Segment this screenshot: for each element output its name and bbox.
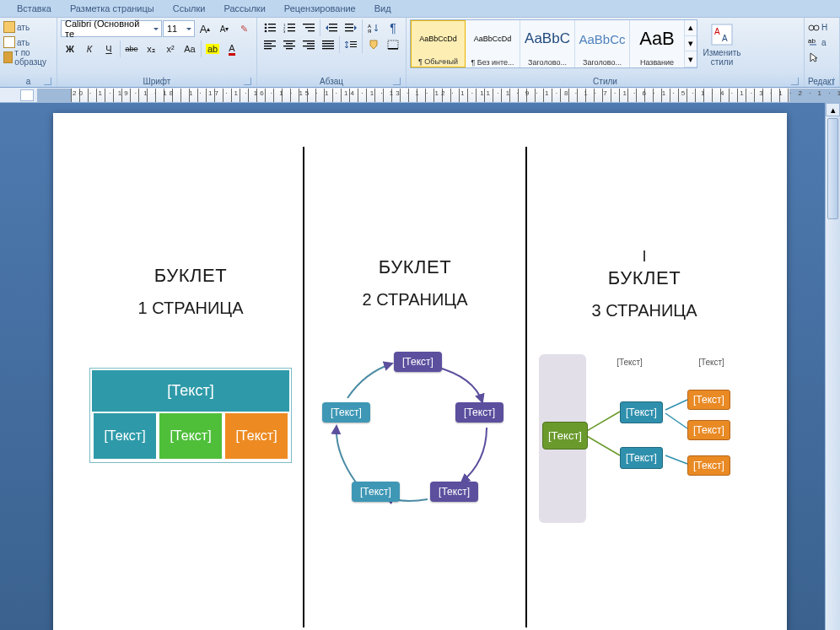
style-no-spacing[interactable]: AaBbCcDd ¶ Без инте...	[466, 20, 520, 67]
font-name-combo[interactable]: Calibri (Основной те	[61, 20, 162, 37]
underline-button[interactable]: Ч	[100, 40, 118, 58]
show-marks-button[interactable]: ¶	[384, 19, 402, 36]
line-spacing-button[interactable]	[342, 36, 360, 53]
svg-rect-35	[322, 40, 334, 41]
svg-rect-18	[345, 24, 353, 24]
styles-scroll[interactable]: ▴ ▾ ▾	[685, 20, 697, 67]
style-heading1[interactable]: AaBbC Заголово...	[520, 20, 575, 67]
vertical-scrollbar[interactable]: ▴	[825, 103, 840, 630]
shading-button[interactable]	[364, 36, 383, 53]
styles-gallery[interactable]: AaBbCcDd ¶ Обычный AaBbCcDd ¶ Без инте..…	[410, 19, 697, 68]
sa3-header-1: [Текст]	[591, 354, 668, 367]
cycle-node-3[interactable]: [Текст]	[430, 482, 478, 502]
group-clipboard: ать ать т по образцу а	[0, 18, 57, 87]
highlight-button[interactable]: ab	[203, 40, 222, 58]
chevron-down-icon[interactable]: ▾	[685, 36, 697, 52]
svg-rect-20	[345, 30, 353, 31]
multilevel-button[interactable]	[299, 19, 318, 36]
tab-mailings[interactable]: Рассылки	[215, 2, 273, 15]
cut-button[interactable]: ать	[3, 19, 53, 35]
styles-expand-icon[interactable]: ▾	[685, 51, 697, 67]
group-editing: Н aba Редакт	[805, 18, 840, 87]
tab-review[interactable]: Рецензирование	[276, 2, 364, 15]
align-center-button[interactable]	[280, 36, 299, 53]
sa1-cell-1[interactable]: [Текст]	[92, 412, 158, 460]
tab-selector[interactable]	[20, 89, 34, 101]
svg-rect-24	[264, 43, 272, 44]
booklet-column-2: БУКЛЕТ 2 СТРАНИЦА [Текст] [Текст] [Текст…	[303, 147, 525, 627]
svg-rect-38	[322, 48, 334, 49]
col2-title: БУКЛЕТ	[316, 256, 514, 278]
group-styles: AaBbCcDd ¶ Обычный AaBbCcDd ¶ Без инте..…	[407, 18, 805, 87]
increase-indent-button[interactable]	[342, 19, 360, 36]
smartart-hierarchy-2[interactable]: [Текст] [Текст] [Текст] [Текст] [Текст] …	[539, 354, 750, 523]
shrink-font-button[interactable]: A▾	[215, 19, 234, 38]
svg-rect-7	[288, 24, 295, 24]
grow-font-button[interactable]: A▴	[196, 19, 214, 38]
tab-page-layout[interactable]: Разметка страницы	[62, 2, 163, 15]
scroll-up-button[interactable]: ▴	[826, 103, 840, 116]
svg-rect-30	[286, 48, 293, 49]
font-size-combo[interactable]: 11	[163, 20, 195, 37]
cycle-node-4[interactable]: [Текст]	[352, 482, 400, 502]
sa3-leaf-2[interactable]: [Текст]	[687, 420, 730, 440]
sa3-mid-2[interactable]: [Текст]	[620, 447, 663, 469]
sa3-mid-1[interactable]: [Текст]	[620, 401, 663, 423]
svg-rect-32	[307, 43, 315, 44]
clear-format-button[interactable]: ✎	[234, 19, 253, 38]
align-right-button[interactable]	[299, 36, 318, 53]
chevron-up-icon[interactable]: ▴	[685, 20, 697, 36]
svg-text:3: 3	[283, 30, 286, 33]
cursor-icon	[808, 51, 820, 63]
bullets-button[interactable]	[261, 19, 279, 36]
scroll-thumb[interactable]	[827, 118, 838, 219]
booklet-column-3: I БУКЛЕТ 3 СТРАНИЦА [Текст] [Текст]	[525, 147, 762, 627]
sort-button[interactable]: AЯ	[364, 19, 383, 36]
col2-subtitle: 2 СТРАНИЦА	[316, 290, 514, 310]
sa3-leaf-1[interactable]: [Текст]	[687, 390, 730, 410]
horizontal-ruler[interactable]: 20 · 1 · 19 · 1 · 18 · 1 · 17 · 1 · 16 ·…	[0, 88, 840, 103]
select-button[interactable]	[808, 50, 836, 65]
change-styles-button[interactable]: AA Изменить стили	[701, 19, 743, 67]
font-color-button[interactable]: A	[223, 40, 241, 58]
replace-button[interactable]: aba	[808, 35, 836, 50]
tab-view[interactable]: Вид	[366, 2, 400, 15]
subscript-button[interactable]: x₂	[142, 40, 160, 58]
svg-rect-41	[350, 46, 357, 47]
svg-rect-34	[307, 48, 315, 49]
superscript-button[interactable]: x²	[161, 40, 180, 58]
italic-button[interactable]: К	[80, 40, 99, 58]
ribbon: ать ать т по образцу а Calibri (Основной…	[0, 17, 840, 88]
tab-insert[interactable]: Вставка	[8, 2, 60, 15]
sa3-leaf-3[interactable]: [Текст]	[687, 455, 730, 476]
format-painter-button[interactable]: т по образцу	[3, 50, 53, 65]
style-heading2[interactable]: AaBbCc Заголово...	[575, 20, 630, 67]
sa3-root[interactable]: [Текст]	[542, 422, 588, 450]
cycle-node-2[interactable]: [Текст]	[455, 402, 503, 423]
bold-button[interactable]: Ж	[61, 40, 79, 58]
cycle-node-5[interactable]: [Текст]	[322, 402, 370, 423]
sa1-cell-3[interactable]: [Текст]	[223, 412, 289, 460]
document-page[interactable]: БУКЛЕТ 1 СТРАНИЦА [Текст] [Текст] [Текст…	[53, 113, 787, 630]
style-normal[interactable]: AaBbCcDd ¶ Обычный	[411, 20, 466, 67]
group-paragraph: 123 AЯ ¶ Абзац	[257, 18, 407, 87]
borders-button[interactable]	[384, 36, 402, 53]
svg-rect-26	[264, 48, 272, 49]
style-title[interactable]: AaB Название	[630, 20, 685, 67]
sa1-cell-2[interactable]: [Текст]	[158, 412, 223, 460]
numbering-button[interactable]: 123	[280, 19, 299, 36]
justify-button[interactable]	[319, 36, 337, 53]
strike-button[interactable]: abe	[122, 40, 141, 58]
sa1-top[interactable]: [Текст]	[92, 370, 289, 412]
tab-references[interactable]: Ссылки	[164, 2, 214, 15]
change-case-button[interactable]: Aa	[180, 40, 199, 58]
align-left-button[interactable]	[261, 36, 279, 53]
smartart-cycle[interactable]: [Текст] [Текст] [Текст] [Текст] [Текст]	[318, 352, 512, 512]
find-button[interactable]: Н	[808, 19, 836, 35]
decrease-indent-button[interactable]	[322, 19, 341, 36]
svg-rect-16	[329, 27, 337, 28]
smartart-hierarchy-1[interactable]: [Текст] [Текст] [Текст] [Текст]	[90, 369, 291, 462]
cycle-node-1[interactable]: [Текст]	[394, 352, 442, 372]
svg-rect-1	[268, 24, 276, 24]
font-group-label: Шрифт	[61, 76, 253, 87]
